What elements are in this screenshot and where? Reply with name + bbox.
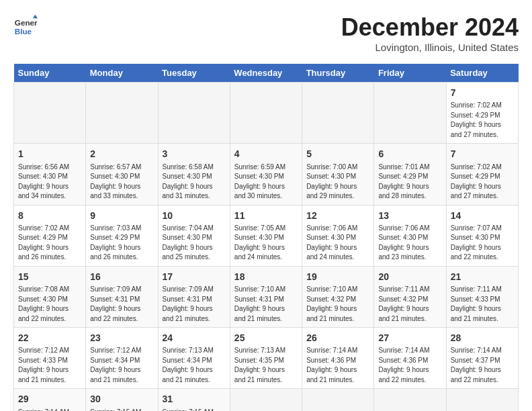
calendar-day-cell — [230, 83, 302, 144]
calendar-day-cell: 22Sunrise: 7:12 AM Sunset: 4:33 PM Dayli… — [14, 328, 86, 389]
day-number: 23 — [90, 331, 153, 345]
day-header-sunday: Sunday — [14, 64, 86, 83]
day-info: Sunrise: 7:12 AM Sunset: 4:34 PM Dayligh… — [90, 346, 153, 385]
day-info: Sunrise: 7:15 AM Sunset: 4:39 PM Dayligh… — [163, 408, 226, 411]
day-info: Sunrise: 7:14 AM Sunset: 4:36 PM Dayligh… — [378, 346, 441, 385]
day-number: 2 — [90, 147, 153, 161]
calendar-day-cell: 5Sunrise: 7:00 AM Sunset: 4:30 PM Daylig… — [302, 144, 374, 205]
day-info: Sunrise: 7:06 AM Sunset: 4:30 PM Dayligh… — [306, 224, 369, 263]
calendar-day-cell — [374, 83, 446, 144]
day-info: Sunrise: 7:09 AM Sunset: 4:31 PM Dayligh… — [90, 285, 153, 324]
day-header-monday: Monday — [86, 64, 158, 83]
day-number: 3 — [163, 147, 226, 161]
day-info: Sunrise: 7:02 AM Sunset: 4:29 PM Dayligh… — [18, 224, 81, 263]
calendar-day-cell: 25Sunrise: 7:13 AM Sunset: 4:35 PM Dayli… — [230, 328, 302, 389]
calendar-day-cell: 20Sunrise: 7:11 AM Sunset: 4:32 PM Dayli… — [374, 266, 446, 327]
calendar-day-cell: 8Sunrise: 7:02 AM Sunset: 4:29 PM Daylig… — [14, 205, 86, 266]
calendar-day-cell: 10Sunrise: 7:04 AM Sunset: 4:30 PM Dayli… — [158, 205, 230, 266]
calendar-week-row: 7Sunrise: 7:02 AM Sunset: 4:29 PM Daylig… — [14, 83, 519, 144]
calendar-day-cell: 1Sunrise: 6:56 AM Sunset: 4:30 PM Daylig… — [14, 144, 86, 205]
day-number: 22 — [18, 331, 81, 345]
calendar-day-cell: 18Sunrise: 7:10 AM Sunset: 4:31 PM Dayli… — [230, 266, 302, 327]
day-info: Sunrise: 6:57 AM Sunset: 4:30 PM Dayligh… — [90, 163, 153, 201]
calendar-day-cell: 13Sunrise: 7:06 AM Sunset: 4:30 PM Dayli… — [374, 205, 446, 266]
day-number: 27 — [378, 331, 441, 345]
day-number: 11 — [234, 209, 298, 222]
day-info: Sunrise: 7:13 AM Sunset: 4:35 PM Dayligh… — [234, 346, 298, 385]
calendar-day-cell — [374, 389, 446, 411]
day-info: Sunrise: 7:08 AM Sunset: 4:30 PM Dayligh… — [18, 285, 81, 324]
calendar-day-cell — [158, 83, 230, 144]
calendar-day-cell — [302, 389, 374, 411]
day-info: Sunrise: 6:58 AM Sunset: 4:30 PM Dayligh… — [163, 163, 226, 201]
calendar-day-cell: 27Sunrise: 7:14 AM Sunset: 4:36 PM Dayli… — [374, 328, 446, 389]
calendar-day-cell: 21Sunrise: 7:11 AM Sunset: 4:33 PM Dayli… — [446, 266, 518, 327]
day-number: 8 — [18, 209, 81, 222]
day-number: 12 — [306, 209, 369, 222]
day-info: Sunrise: 7:14 AM Sunset: 4:36 PM Dayligh… — [306, 346, 369, 385]
day-number: 10 — [163, 209, 226, 222]
day-number: 21 — [451, 270, 514, 283]
calendar-day-cell: 23Sunrise: 7:12 AM Sunset: 4:34 PM Dayli… — [86, 328, 158, 389]
day-number: 4 — [234, 147, 298, 161]
calendar-day-cell: 28Sunrise: 7:14 AM Sunset: 4:37 PM Dayli… — [446, 328, 518, 389]
day-info: Sunrise: 7:15 AM Sunset: 4:38 PM Dayligh… — [90, 408, 153, 411]
day-number: 16 — [90, 270, 153, 283]
day-number: 20 — [378, 270, 441, 283]
day-number: 26 — [306, 331, 369, 345]
calendar-day-cell: 4Sunrise: 6:59 AM Sunset: 4:30 PM Daylig… — [230, 144, 302, 205]
calendar-day-cell: 26Sunrise: 7:14 AM Sunset: 4:36 PM Dayli… — [302, 328, 374, 389]
calendar-day-cell: 24Sunrise: 7:13 AM Sunset: 4:34 PM Dayli… — [158, 328, 230, 389]
logo-icon: General Blue — [13, 13, 38, 38]
day-number: 19 — [306, 270, 369, 283]
calendar-day-cell: 15Sunrise: 7:08 AM Sunset: 4:30 PM Dayli… — [14, 266, 86, 327]
calendar-week-row: 15Sunrise: 7:08 AM Sunset: 4:30 PM Dayli… — [14, 266, 519, 327]
day-info: Sunrise: 7:11 AM Sunset: 4:33 PM Dayligh… — [451, 285, 514, 324]
calendar-day-cell: 17Sunrise: 7:09 AM Sunset: 4:31 PM Dayli… — [158, 266, 230, 327]
title-block: December 2024 Lovington, Illinois, Unite… — [341, 13, 519, 53]
day-number: 14 — [451, 209, 514, 222]
calendar-day-cell — [302, 83, 374, 144]
day-number: 7 — [451, 86, 514, 99]
day-header-tuesday: Tuesday — [158, 64, 230, 83]
day-info: Sunrise: 7:07 AM Sunset: 4:30 PM Dayligh… — [451, 224, 514, 263]
location: Lovington, Illinois, United States — [341, 42, 519, 53]
day-info: Sunrise: 7:14 AM Sunset: 4:38 PM Dayligh… — [18, 408, 81, 411]
calendar-day-cell: 7Sunrise: 7:02 AM Sunset: 4:29 PM Daylig… — [446, 83, 518, 144]
day-info: Sunrise: 7:09 AM Sunset: 4:31 PM Dayligh… — [163, 285, 226, 324]
calendar-day-cell: 30Sunrise: 7:15 AM Sunset: 4:38 PM Dayli… — [86, 389, 158, 411]
day-info: Sunrise: 6:59 AM Sunset: 4:30 PM Dayligh… — [234, 163, 298, 201]
calendar-day-cell: 9Sunrise: 7:03 AM Sunset: 4:29 PM Daylig… — [86, 205, 158, 266]
day-header-friday: Friday — [374, 64, 446, 83]
calendar-day-cell: 12Sunrise: 7:06 AM Sunset: 4:30 PM Dayli… — [302, 205, 374, 266]
day-header-saturday: Saturday — [446, 64, 518, 83]
day-info: Sunrise: 7:10 AM Sunset: 4:31 PM Dayligh… — [234, 285, 298, 324]
calendar-table: SundayMondayTuesdayWednesdayThursdayFrid… — [13, 64, 519, 411]
calendar-day-cell: 7Sunrise: 7:02 AM Sunset: 4:29 PM Daylig… — [446, 144, 518, 205]
calendar-day-cell: 2Sunrise: 6:57 AM Sunset: 4:30 PM Daylig… — [86, 144, 158, 205]
day-number: 15 — [18, 270, 81, 283]
day-info: Sunrise: 7:13 AM Sunset: 4:34 PM Dayligh… — [163, 346, 226, 385]
calendar-day-cell: 19Sunrise: 7:10 AM Sunset: 4:32 PM Dayli… — [302, 266, 374, 327]
day-info: Sunrise: 7:12 AM Sunset: 4:33 PM Dayligh… — [18, 346, 81, 385]
page-header: General Blue December 2024 Lovington, Il… — [13, 13, 519, 53]
calendar-week-row: 22Sunrise: 7:12 AM Sunset: 4:33 PM Dayli… — [14, 328, 519, 389]
day-info: Sunrise: 7:06 AM Sunset: 4:30 PM Dayligh… — [378, 224, 441, 263]
day-info: Sunrise: 7:03 AM Sunset: 4:29 PM Dayligh… — [90, 224, 153, 263]
day-number: 17 — [163, 270, 226, 283]
day-info: Sunrise: 7:02 AM Sunset: 4:29 PM Dayligh… — [451, 163, 514, 201]
day-info: Sunrise: 7:10 AM Sunset: 4:32 PM Dayligh… — [306, 285, 369, 324]
calendar-day-cell — [86, 83, 158, 144]
calendar-day-cell: 3Sunrise: 6:58 AM Sunset: 4:30 PM Daylig… — [158, 144, 230, 205]
calendar-day-cell: 6Sunrise: 7:01 AM Sunset: 4:29 PM Daylig… — [374, 144, 446, 205]
day-number: 5 — [306, 147, 369, 161]
day-info: Sunrise: 7:14 AM Sunset: 4:37 PM Dayligh… — [451, 346, 514, 385]
svg-marker-2 — [33, 15, 38, 18]
calendar-day-cell: 11Sunrise: 7:05 AM Sunset: 4:30 PM Dayli… — [230, 205, 302, 266]
day-number: 1 — [18, 147, 81, 161]
calendar-day-cell: 16Sunrise: 7:09 AM Sunset: 4:31 PM Dayli… — [86, 266, 158, 327]
day-number: 31 — [163, 392, 226, 406]
day-header-wednesday: Wednesday — [230, 64, 302, 83]
month-title: December 2024 — [341, 13, 519, 42]
day-info: Sunrise: 7:00 AM Sunset: 4:30 PM Dayligh… — [306, 163, 369, 201]
